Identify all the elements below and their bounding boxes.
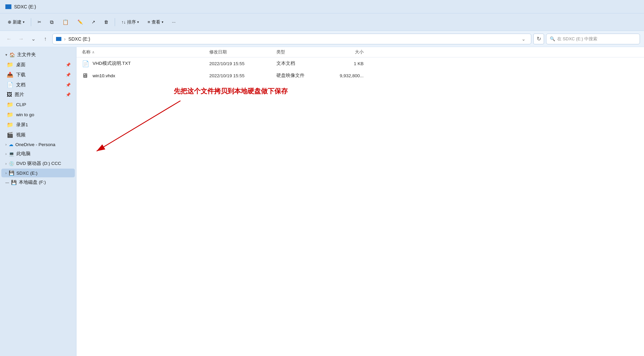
file-size-txt: 1 KB xyxy=(327,61,377,66)
txt-file-icon: 📄 xyxy=(82,60,90,67)
sidebar-section-home[interactable]: ▾ 🏠 主文件夹 xyxy=(1,50,75,59)
desktop-icon: 📁 xyxy=(7,61,13,68)
sidebar-section-sdxc[interactable]: › 💾 SDXC (E:) xyxy=(1,169,75,177)
annotation-layer: 先把这个文件拷贝到本地硬盘做下保存 xyxy=(76,47,644,356)
new-dropdown-icon: ▾ xyxy=(23,20,24,24)
paste-button[interactable]: 📋 xyxy=(59,17,72,27)
file-row-vhdx[interactable]: 🖥 win10.vhdx 2022/10/19 15:55 硬盘映像文件 9,9… xyxy=(76,70,644,82)
search-icon: 🔍 xyxy=(550,36,555,41)
sdxc-icon: 💾 xyxy=(9,170,14,176)
sidebar-item-video[interactable]: 🎬 视频 xyxy=(1,130,75,140)
address-path: SDXC (E:) xyxy=(68,36,90,42)
sidebar-home-label: 主文件夹 xyxy=(17,52,36,58)
rename-icon: ✏️ xyxy=(77,19,83,25)
toolbar-separator-2 xyxy=(115,18,115,26)
address-bar-row: ← → ⌄ ↑ › SDXC (E:) ⌄ ↻ 🔍 在 SDXC (E:) 中搜… xyxy=(0,31,644,47)
share-icon: ↗ xyxy=(92,19,95,25)
copy-icon: ⧉ xyxy=(50,19,54,25)
content-area: 名称 ∧ 修改日期 类型 大小 📄 VHD模式说明.TXT 2022/10/19… xyxy=(76,47,644,356)
search-placeholder: 在 SDXC (E:) 中搜索 xyxy=(557,36,597,42)
sidebar-section-thispc[interactable]: › 💻 此电脑 xyxy=(1,149,75,159)
sidebar-section-dvd[interactable]: › 💿 DVD 驱动器 (D:) CCC xyxy=(1,159,75,168)
delete-icon: 🗑 xyxy=(104,19,108,25)
sidebar-item-download[interactable]: 📥 下载 📌 xyxy=(1,70,75,80)
sidebar-wintogo-label: win to go xyxy=(16,112,34,117)
sidebar-item-desktop[interactable]: 📁 桌面 📌 xyxy=(1,60,75,70)
file-date-vhdx: 2022/10/19 15:55 xyxy=(209,73,276,78)
svg-line-1 xyxy=(97,101,180,151)
docs-icon: 📄 xyxy=(7,82,13,88)
copy-button[interactable]: ⧉ xyxy=(46,17,57,27)
sidebar-item-recording[interactable]: 📁 录屏1 xyxy=(1,120,75,130)
sidebar-item-docs[interactable]: 📄 文档 📌 xyxy=(1,80,75,90)
sidebar-clip-label: CLIP xyxy=(16,102,26,107)
address-separator: › xyxy=(64,36,66,42)
sidebar-item-clip[interactable]: 📁 CLIP xyxy=(1,100,75,109)
clip-folder-icon: 📁 xyxy=(7,101,13,108)
rename-button[interactable]: ✏️ xyxy=(74,17,87,27)
expand-home-arrow: ▾ xyxy=(5,53,7,57)
vhd-file-icon: 🖥 xyxy=(82,72,90,79)
sort-icon: ↑↓ xyxy=(121,19,126,25)
col-header-size[interactable]: 大小 xyxy=(327,49,377,55)
pictures-pin-icon: 📌 xyxy=(66,92,71,97)
home-icon: 🏠 xyxy=(9,52,15,57)
address-chevron-icon[interactable]: ⌄ xyxy=(520,36,528,42)
sidebar-pictures-label: 图片 xyxy=(15,92,24,98)
file-date-txt: 2022/10/19 15:55 xyxy=(209,61,276,66)
more-button[interactable]: ··· xyxy=(168,17,179,27)
new-button[interactable]: ⊕ 新建 ▾ xyxy=(4,17,28,27)
onedrive-icon: ☁ xyxy=(9,142,13,147)
file-size-vhdx: 9,932,800... xyxy=(327,73,377,78)
sidebar-sdxc-label: SDXC (E:) xyxy=(16,171,38,176)
view-dropdown-icon: ▾ xyxy=(162,20,163,24)
annotation-arrow xyxy=(76,47,644,356)
sort-name-icon: ∧ xyxy=(92,50,95,54)
expand-dvd-arrow: › xyxy=(5,162,7,166)
file-name-vhdx: 🖥 win10.vhdx xyxy=(82,72,209,79)
sidebar-section-localdisk[interactable]: — 💾 本地磁盘 (F:) xyxy=(1,178,75,187)
cut-button[interactable]: ✂ xyxy=(34,17,45,27)
delete-button[interactable]: 🗑 xyxy=(100,17,112,27)
search-box[interactable]: 🔍 在 SDXC (E:) 中搜索 xyxy=(546,34,640,44)
sidebar-desktop-label: 桌面 xyxy=(16,62,25,68)
annotation-text: 先把这个文件拷贝到本地硬盘做下保存 xyxy=(174,87,288,96)
dvd-icon: 💿 xyxy=(9,161,14,166)
address-box[interactable]: › SDXC (E:) ⌄ xyxy=(52,34,531,44)
window-icon xyxy=(5,4,11,9)
sidebar-dvd-label: DVD 驱动器 (D:) CCC xyxy=(16,161,61,167)
sidebar-item-wintogo[interactable]: 📁 win to go xyxy=(1,110,75,120)
column-headers: 名称 ∧ 修改日期 类型 大小 xyxy=(76,47,644,57)
thispc-icon: 💻 xyxy=(9,151,14,157)
col-header-date[interactable]: 修改日期 xyxy=(209,49,276,55)
more-icon: ··· xyxy=(172,19,176,25)
sidebar-thispc-label: 此电脑 xyxy=(16,151,31,157)
sidebar-item-pictures[interactable]: 🖼 图片 📌 xyxy=(1,90,75,99)
share-button[interactable]: ↗ xyxy=(88,17,99,27)
col-header-type[interactable]: 类型 xyxy=(276,49,327,55)
view-button[interactable]: ≡ 查看 ▾ xyxy=(144,17,167,27)
up-button[interactable]: ↑ xyxy=(40,34,50,44)
expand-localdisk-arrow: — xyxy=(5,180,9,184)
window-title: SDXC (E:) xyxy=(14,4,36,9)
sidebar-section-onedrive[interactable]: › ☁ OneDrive - Persona xyxy=(1,140,75,149)
new-icon: ⊕ xyxy=(8,19,11,25)
file-name-txt: 📄 VHD模式说明.TXT xyxy=(82,60,209,67)
sidebar: ▾ 🏠 主文件夹 📁 桌面 📌 📥 下载 📌 📄 文档 📌 🖼 图片 📌 📁 C… xyxy=(0,47,76,356)
sidebar-docs-label: 文档 xyxy=(16,82,25,88)
refresh-button[interactable]: ↻ xyxy=(533,34,544,44)
recording-folder-icon: 📁 xyxy=(7,122,13,128)
main-layout: ▾ 🏠 主文件夹 📁 桌面 📌 📥 下载 📌 📄 文档 📌 🖼 图片 📌 📁 C… xyxy=(0,47,644,356)
back-button[interactable]: ← xyxy=(4,34,14,44)
file-row-txt[interactable]: 📄 VHD模式说明.TXT 2022/10/19 15:55 文本文档 1 KB xyxy=(76,57,644,70)
desktop-pin-icon: 📌 xyxy=(66,62,71,67)
col-header-name[interactable]: 名称 ∧ xyxy=(82,49,209,55)
forward-button[interactable]: → xyxy=(16,34,26,44)
toolbar: ⊕ 新建 ▾ ✂ ⧉ 📋 ✏️ ↗ 🗑 ↑↓ 排序 ▾ ≡ 查看 ▾ ··· xyxy=(0,13,644,31)
view-icon: ≡ xyxy=(148,19,150,25)
expand-nav-button[interactable]: ⌄ xyxy=(28,34,38,44)
sort-button[interactable]: ↑↓ 排序 ▾ xyxy=(118,17,143,27)
expand-onedrive-arrow: › xyxy=(5,142,7,146)
download-icon: 📥 xyxy=(7,72,13,78)
wintogo-folder-icon: 📁 xyxy=(7,112,13,118)
